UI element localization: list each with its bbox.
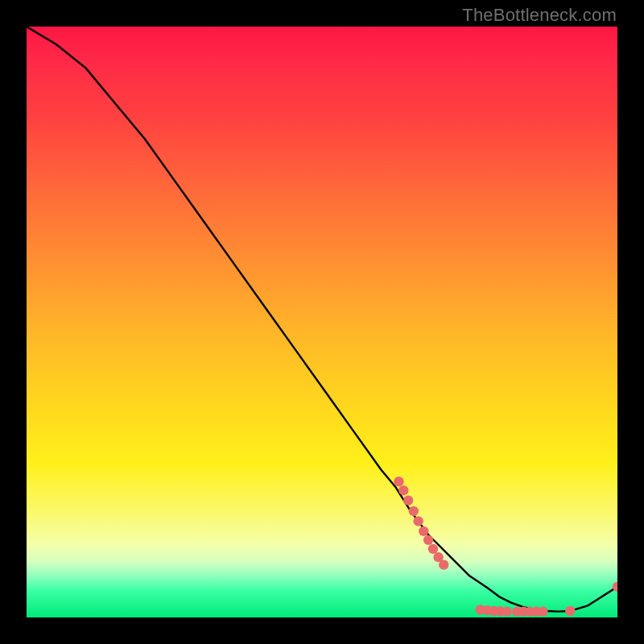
watermark-text: TheBottleneck.com	[462, 5, 617, 26]
scatter-point	[565, 606, 575, 616]
scatter-point	[409, 506, 419, 516]
chart-frame: TheBottleneck.com	[0, 0, 644, 644]
scatter-point	[394, 477, 403, 486]
scatter-point	[428, 544, 438, 554]
scatter-point	[439, 559, 448, 569]
line-series	[27, 27, 617, 612]
scatter-point	[413, 516, 423, 526]
plot-area	[27, 27, 617, 617]
scatter-point	[398, 485, 408, 495]
scatter-point	[502, 606, 512, 616]
scatter-series	[394, 477, 617, 617]
scatter-point	[538, 606, 547, 616]
scatter-point	[403, 495, 413, 505]
scatter-point	[423, 535, 433, 545]
scatter-point	[419, 526, 428, 536]
chart-svg	[27, 27, 617, 617]
